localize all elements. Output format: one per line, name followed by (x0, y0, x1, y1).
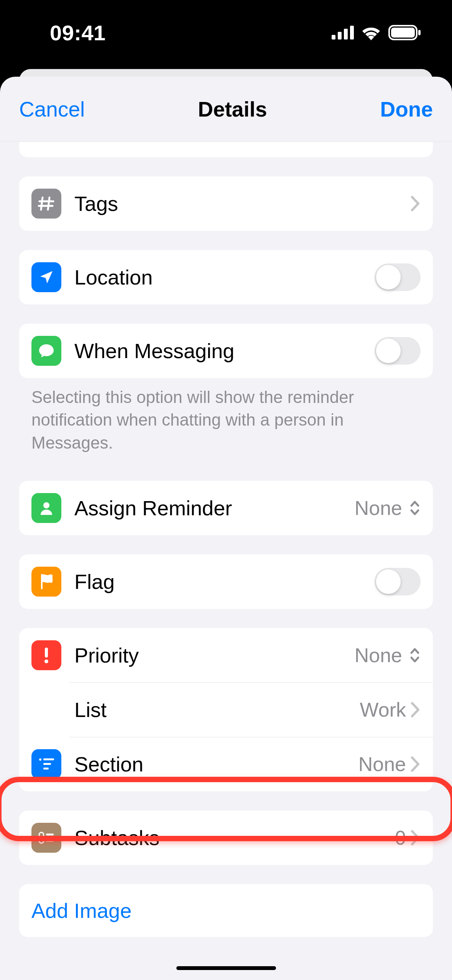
svg-rect-6 (418, 30, 421, 35)
tags-group: Tags (19, 176, 433, 231)
location-row[interactable]: Location (19, 250, 433, 304)
status-time: 09:41 (50, 20, 106, 45)
svg-rect-2 (344, 29, 348, 39)
svg-rect-5 (391, 28, 415, 38)
plist-group: Priority None List Work Section (19, 628, 433, 791)
message-icon (31, 336, 61, 366)
tags-label: Tags (74, 192, 411, 215)
messaging-label: When Messaging (74, 339, 375, 363)
location-label: Location (74, 265, 375, 289)
svg-rect-17 (43, 758, 54, 760)
location-toggle[interactable] (375, 263, 421, 291)
list-label: List (74, 698, 360, 722)
assign-row[interactable]: Assign Reminder None (19, 481, 433, 535)
flag-label: Flag (74, 570, 375, 594)
priority-row[interactable]: Priority None (19, 628, 433, 682)
flag-row[interactable]: Flag (19, 554, 433, 609)
subtasks-label: Subtasks (74, 826, 395, 850)
status-bar: 09:41 (0, 0, 452, 65)
sheet-title: Details (198, 97, 267, 122)
messaging-group: When Messaging (19, 324, 433, 378)
svg-rect-23 (46, 840, 54, 842)
svg-rect-11 (43, 706, 45, 708)
assign-value: None (355, 497, 402, 520)
details-sheet: Cancel Details Done Tags (0, 77, 452, 980)
updown-icon (409, 647, 421, 664)
location-group: Location (19, 250, 433, 304)
subtasks-value: 0 (395, 826, 406, 849)
section-value: None (358, 753, 406, 776)
chevron-right-icon (411, 702, 421, 718)
wifi-icon (361, 25, 381, 40)
messaging-toggle[interactable] (375, 337, 421, 365)
svg-rect-1 (338, 32, 342, 39)
messaging-row[interactable]: When Messaging (19, 324, 433, 378)
messaging-footer: Selecting this option will show the remi… (19, 378, 433, 454)
exclamation-icon (31, 640, 61, 670)
svg-point-22 (39, 839, 44, 843)
flag-icon (31, 567, 61, 597)
svg-rect-0 (332, 35, 335, 39)
chevron-right-icon (411, 830, 421, 846)
svg-rect-8 (45, 648, 48, 658)
svg-point-16 (39, 758, 41, 761)
sheet-content[interactable]: Tags Location (0, 142, 452, 980)
add-image-button[interactable]: Add Image (19, 884, 433, 937)
subtasks-row[interactable]: Subtasks 0 (19, 811, 433, 865)
updown-icon (409, 500, 421, 516)
section-row[interactable]: Section None (19, 737, 433, 791)
svg-rect-13 (43, 709, 45, 711)
svg-point-20 (39, 832, 44, 837)
svg-rect-15 (45, 713, 48, 717)
status-icons (332, 25, 421, 40)
home-indicator[interactable] (176, 966, 276, 970)
add-image-label: Add Image (31, 899, 421, 922)
svg-rect-14 (48, 709, 49, 711)
svg-rect-18 (43, 763, 51, 765)
done-button[interactable]: Done (380, 97, 433, 122)
svg-rect-3 (350, 26, 354, 39)
svg-point-9 (44, 659, 48, 663)
checklist-icon (31, 823, 61, 853)
flag-toggle[interactable] (375, 568, 421, 595)
svg-rect-19 (43, 768, 49, 770)
chevron-right-icon (411, 756, 421, 772)
battery-icon (388, 25, 421, 40)
partial-row (19, 142, 433, 157)
chevron-right-icon (411, 196, 421, 212)
flag-group: Flag (19, 554, 433, 609)
subtasks-group: Subtasks 0 (19, 811, 433, 865)
sheet-header: Cancel Details Done (0, 77, 452, 142)
list-indent-icon (31, 749, 61, 779)
person-icon (31, 493, 61, 523)
building-icon (31, 695, 61, 725)
hash-icon (31, 189, 61, 219)
tags-row[interactable]: Tags (19, 176, 433, 231)
cancel-button[interactable]: Cancel (19, 97, 85, 122)
assign-label: Assign Reminder (74, 496, 355, 520)
assign-group: Assign Reminder None (19, 481, 433, 535)
svg-rect-12 (48, 706, 49, 708)
priority-label: Priority (74, 643, 355, 667)
cellular-icon (332, 26, 354, 39)
svg-point-7 (43, 502, 49, 508)
section-label: Section (74, 752, 358, 776)
priority-value: None (355, 644, 402, 667)
svg-rect-21 (46, 834, 54, 835)
list-value: Work (360, 698, 406, 721)
location-icon (31, 262, 61, 292)
list-row[interactable]: List Work (19, 682, 433, 737)
